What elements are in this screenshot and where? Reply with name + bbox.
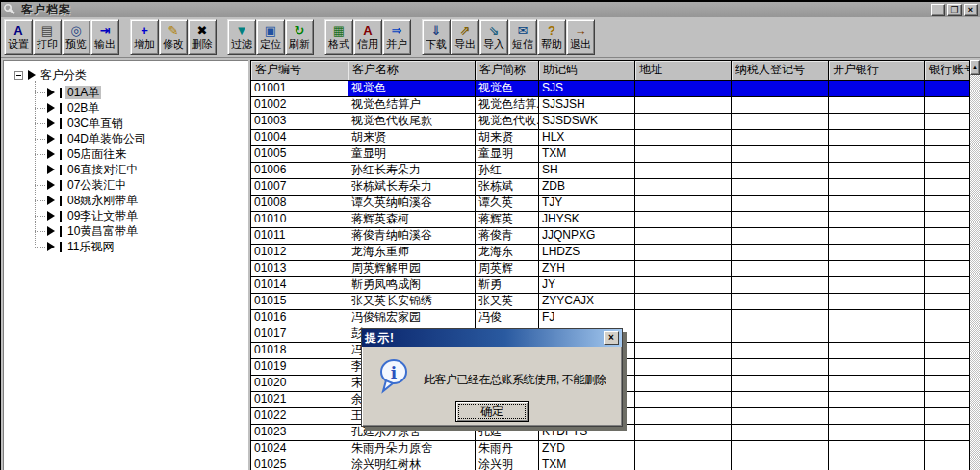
column-header-地址[interactable]: 地址 bbox=[635, 61, 732, 81]
table-cell[interactable] bbox=[732, 146, 829, 163]
table-cell[interactable] bbox=[925, 130, 970, 146]
add-button[interactable]: +增加 bbox=[130, 19, 159, 55]
column-header-客户名称[interactable]: 客户名称 bbox=[348, 61, 476, 81]
table-cell[interactable]: 01024 bbox=[251, 441, 348, 457]
table-cell[interactable]: 蒋辉英森柯 bbox=[348, 212, 476, 228]
credit-button[interactable]: A信用 bbox=[353, 19, 382, 55]
table-cell[interactable]: 01012 bbox=[251, 245, 348, 261]
table-cell[interactable]: 朱雨丹朵力原舍 bbox=[348, 441, 476, 457]
table-cell[interactable] bbox=[925, 457, 970, 470]
table-cell[interactable]: SJS bbox=[539, 81, 635, 97]
table-cell[interactable]: 01023 bbox=[251, 425, 348, 441]
table-cell[interactable] bbox=[635, 326, 732, 343]
table-cell[interactable] bbox=[829, 294, 925, 310]
table-cell[interactable] bbox=[732, 441, 829, 457]
table-cell[interactable] bbox=[732, 114, 829, 130]
table-cell[interactable] bbox=[732, 163, 829, 179]
table-cell[interactable] bbox=[732, 294, 829, 310]
settings-button[interactable]: A设置 bbox=[4, 19, 33, 55]
table-cell[interactable] bbox=[635, 441, 732, 457]
table-cell[interactable]: JJQNPXG bbox=[539, 228, 635, 245]
column-header-银行账号[interactable]: 银行账号 bbox=[925, 61, 970, 81]
table-cell[interactable]: 张又英长安锦绣 bbox=[348, 294, 476, 310]
table-cell[interactable]: SJSDSWK bbox=[539, 114, 635, 130]
table-row[interactable]: 01015张又英长安锦绣张又英ZYYCAJX bbox=[251, 294, 970, 310]
table-cell[interactable]: 张栋斌长寿朵力 bbox=[348, 179, 476, 196]
customer-category-tree[interactable]: 客户分类 01A单02B单03C单直销04D单装饰公司05店面往来06直接对汇中… bbox=[3, 60, 248, 470]
table-cell[interactable] bbox=[829, 130, 925, 146]
table-cell[interactable]: 涂兴明红树林 bbox=[348, 457, 476, 470]
table-cell[interactable] bbox=[732, 228, 829, 245]
table-cell[interactable] bbox=[925, 425, 970, 441]
tree-item-05店面往来[interactable]: 05店面往来 bbox=[35, 146, 248, 162]
table-cell[interactable] bbox=[732, 343, 829, 359]
tree-item-06直接对汇中[interactable]: 06直接对汇中 bbox=[35, 162, 248, 177]
table-cell[interactable]: JHYSK bbox=[539, 212, 635, 228]
table-cell[interactable] bbox=[732, 277, 829, 294]
table-cell[interactable]: 01013 bbox=[251, 261, 348, 277]
tree-item-07公装汇中[interactable]: 07公装汇中 bbox=[35, 177, 248, 193]
table-cell[interactable] bbox=[732, 81, 829, 97]
table-row[interactable]: 01004胡来贤胡来贤HLX bbox=[251, 130, 970, 146]
table-cell[interactable]: 01022 bbox=[251, 408, 348, 425]
table-cell[interactable]: 谭久英纳帕溪谷 bbox=[348, 196, 476, 212]
export-button[interactable]: ⇗导出 bbox=[451, 19, 479, 55]
table-cell[interactable] bbox=[829, 425, 925, 441]
table-cell[interactable] bbox=[829, 310, 925, 326]
table-cell[interactable]: 01019 bbox=[251, 359, 348, 376]
table-cell[interactable]: 01008 bbox=[251, 196, 348, 212]
table-cell[interactable]: KTDFYS bbox=[539, 425, 635, 441]
table-row[interactable]: 01005童显明童显明TXM bbox=[251, 146, 970, 163]
table-cell[interactable] bbox=[635, 310, 732, 326]
table-cell[interactable] bbox=[635, 408, 732, 425]
table-cell[interactable]: 01021 bbox=[251, 392, 348, 408]
table-cell[interactable]: 靳勇 bbox=[476, 277, 539, 294]
table-cell[interactable] bbox=[925, 261, 970, 277]
table-cell[interactable]: 张栋斌 bbox=[476, 179, 539, 196]
table-cell[interactable]: 视觉色 bbox=[348, 81, 476, 97]
tree-item-03C单直销[interactable]: 03C单直销 bbox=[35, 116, 248, 131]
table-cell[interactable]: 涂兴明 bbox=[476, 457, 539, 470]
table-cell[interactable] bbox=[732, 359, 829, 376]
table-row[interactable]: 01011蒋俊青纳帕溪谷蒋俊青JJQNPXG bbox=[251, 228, 970, 245]
table-cell[interactable] bbox=[635, 196, 732, 212]
table-row[interactable]: 01013周英辉解甲园周英辉ZYH bbox=[251, 261, 970, 277]
tree-item-08姚永刚带单[interactable]: 08姚永刚带单 bbox=[35, 193, 248, 208]
table-cell[interactable] bbox=[829, 212, 925, 228]
tree-item-01A单[interactable]: 01A单 bbox=[35, 85, 248, 100]
table-cell[interactable]: LHDZS bbox=[539, 245, 635, 261]
table-cell[interactable] bbox=[635, 146, 732, 163]
table-cell[interactable] bbox=[925, 277, 970, 294]
table-cell[interactable] bbox=[635, 81, 732, 97]
table-row[interactable]: 01007张栋斌长寿朵力张栋斌ZDB bbox=[251, 179, 970, 196]
table-cell[interactable]: ZYYCAJX bbox=[539, 294, 635, 310]
table-cell[interactable] bbox=[635, 425, 732, 441]
table-cell[interactable] bbox=[925, 392, 970, 408]
table-cell[interactable] bbox=[925, 294, 970, 310]
table-cell[interactable]: 视觉色代收尾款 bbox=[348, 114, 476, 130]
table-cell[interactable] bbox=[732, 376, 829, 392]
table-cell[interactable] bbox=[635, 228, 732, 245]
table-cell[interactable]: 龙海东 bbox=[476, 245, 539, 261]
table-row[interactable]: 01023孔廷东方原舍孔廷KTDFYS bbox=[251, 425, 970, 441]
column-header-开户银行[interactable]: 开户银行 bbox=[829, 61, 925, 81]
table-cell[interactable] bbox=[732, 97, 829, 114]
table-cell[interactable] bbox=[732, 392, 829, 408]
table-cell[interactable] bbox=[732, 408, 829, 425]
table-row[interactable]: 01003视觉色代收尾款视觉色代收.SJSDSWK bbox=[251, 114, 970, 130]
column-header-纳税人登记号[interactable]: 纳税人登记号 bbox=[732, 61, 829, 81]
table-cell[interactable] bbox=[829, 392, 925, 408]
table-cell[interactable]: 胡来贤 bbox=[476, 130, 539, 146]
table-cell[interactable]: 视觉色代收. bbox=[476, 114, 539, 130]
exit-button[interactable]: →退出 bbox=[566, 19, 595, 55]
table-cell[interactable] bbox=[829, 408, 925, 425]
table-cell[interactable] bbox=[925, 310, 970, 326]
table-cell[interactable] bbox=[925, 343, 970, 359]
preview-button[interactable]: ◎预览 bbox=[62, 19, 90, 55]
table-cell[interactable] bbox=[829, 81, 925, 97]
table-cell[interactable]: 冯俊 bbox=[476, 310, 539, 326]
download-button[interactable]: ⇓下载 bbox=[422, 19, 451, 55]
column-header-客户编号[interactable]: 客户编号 bbox=[251, 61, 348, 81]
table-cell[interactable] bbox=[829, 343, 925, 359]
tree-item-11乐视网[interactable]: 11乐视网 bbox=[35, 239, 248, 254]
